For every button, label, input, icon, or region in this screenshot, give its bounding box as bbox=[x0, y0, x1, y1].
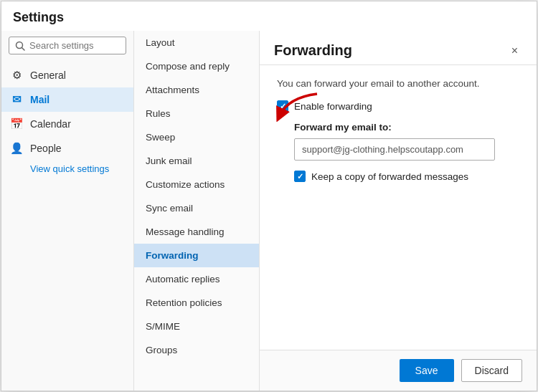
main-panel: Forwarding × You can forward your email … bbox=[260, 31, 537, 391]
mid-nav-rules[interactable]: Rules bbox=[134, 102, 259, 125]
view-quick-settings-link[interactable]: View quick settings bbox=[1, 161, 133, 180]
sidebar-item-general[interactable]: ⚙ General bbox=[1, 63, 133, 87]
general-icon: ⚙ bbox=[10, 69, 23, 82]
forward-to-section: Forward my email to: Keep a copy of forw… bbox=[294, 122, 519, 182]
panel-description: You can forward your email to another ac… bbox=[277, 78, 519, 89]
sidebar-item-mail-label: Mail bbox=[30, 94, 49, 105]
save-button[interactable]: Save bbox=[400, 359, 454, 382]
keep-copy-checkbox[interactable] bbox=[294, 171, 306, 182]
title-bar: Settings bbox=[1, 1, 537, 31]
window-title: Settings bbox=[13, 10, 64, 25]
mail-icon: ✉ bbox=[10, 93, 23, 106]
mid-nav-groups[interactable]: Groups bbox=[134, 338, 259, 362]
panel-title: Forwarding bbox=[274, 42, 352, 59]
mid-nav-auto-replies[interactable]: Automatic replies bbox=[134, 267, 259, 291]
sidebar-item-calendar[interactable]: 📅 Calendar bbox=[1, 112, 133, 136]
svg-line-1 bbox=[22, 47, 25, 50]
people-icon: 👤 bbox=[10, 142, 23, 155]
close-button[interactable]: × bbox=[507, 43, 522, 59]
mid-nav-sweep[interactable]: Sweep bbox=[134, 125, 259, 149]
forward-email-input[interactable] bbox=[294, 138, 495, 161]
mid-nav: Layout Compose and reply Attachments Rul… bbox=[134, 31, 260, 391]
keep-copy-label: Keep a copy of forwarded messages bbox=[311, 171, 468, 182]
enable-forwarding-label: Enable forwarding bbox=[294, 101, 372, 112]
keep-copy-row: Keep a copy of forwarded messages bbox=[294, 171, 519, 182]
panel-header: Forwarding × bbox=[260, 31, 537, 65]
enable-forwarding-row: Enable forwarding bbox=[277, 100, 519, 112]
forward-to-label: Forward my email to: bbox=[294, 122, 519, 133]
sidebar-item-people[interactable]: 👤 People bbox=[1, 136, 133, 161]
mid-nav-sync[interactable]: Sync email bbox=[134, 196, 259, 220]
search-input[interactable] bbox=[29, 40, 120, 51]
mid-nav-attachments[interactable]: Attachments bbox=[134, 78, 259, 102]
sidebar: ⚙ General ✉ Mail 📅 Calendar 👤 People Vie… bbox=[1, 31, 134, 391]
sidebar-item-general-label: General bbox=[30, 70, 66, 81]
calendar-icon: 📅 bbox=[10, 118, 23, 130]
mid-nav-junk[interactable]: Junk email bbox=[134, 149, 259, 173]
sidebar-item-calendar-label: Calendar bbox=[30, 118, 71, 130]
mid-nav-compose[interactable]: Compose and reply bbox=[134, 54, 259, 78]
mid-nav-retention[interactable]: Retention policies bbox=[134, 291, 259, 315]
content-area: ⚙ General ✉ Mail 📅 Calendar 👤 People Vie… bbox=[1, 31, 537, 391]
sidebar-item-mail[interactable]: ✉ Mail bbox=[1, 87, 133, 112]
mid-nav-message-handling[interactable]: Message handling bbox=[134, 220, 259, 244]
mid-nav-smime[interactable]: S/MIME bbox=[134, 315, 259, 338]
panel-body: You can forward your email to another ac… bbox=[260, 65, 537, 350]
panel-footer: Save Discard bbox=[260, 350, 537, 391]
settings-window: Settings ⚙ General ✉ Mail 📅 bbox=[1, 1, 537, 391]
search-icon bbox=[15, 41, 25, 51]
mid-nav-forwarding[interactable]: Forwarding bbox=[134, 244, 259, 267]
mid-nav-layout[interactable]: Layout bbox=[134, 31, 259, 54]
mid-nav-customize[interactable]: Customize actions bbox=[134, 173, 259, 196]
enable-forwarding-checkbox[interactable] bbox=[277, 100, 288, 112]
discard-button[interactable]: Discard bbox=[461, 359, 522, 382]
sidebar-item-people-label: People bbox=[30, 143, 62, 154]
search-box[interactable] bbox=[9, 37, 126, 54]
